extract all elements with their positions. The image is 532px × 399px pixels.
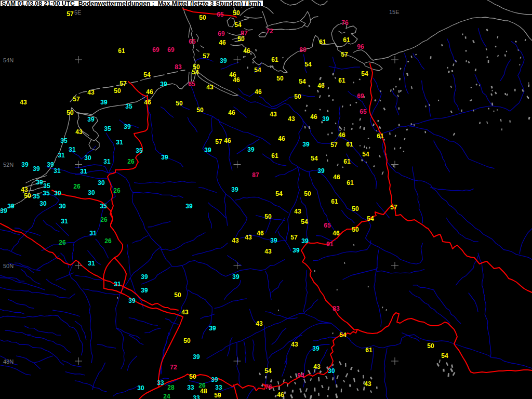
svg-text:57: 57 — [215, 138, 222, 145]
svg-text:28: 28 — [167, 384, 175, 391]
svg-text:39: 39 — [141, 273, 148, 281]
svg-text:26: 26 — [104, 237, 112, 245]
svg-text:46: 46 — [317, 82, 325, 89]
svg-text:31: 31 — [103, 158, 111, 165]
svg-text:31: 31 — [114, 281, 121, 288]
svg-text:43: 43 — [206, 84, 214, 91]
svg-text:39: 39 — [128, 297, 136, 304]
svg-text:39: 39 — [312, 345, 320, 352]
svg-text:15E: 15E — [389, 9, 400, 15]
svg-text:54: 54 — [301, 218, 308, 225]
svg-text:76: 76 — [265, 383, 272, 391]
svg-text:46: 46 — [243, 47, 250, 55]
svg-text:24: 24 — [163, 393, 170, 399]
svg-text:57: 57 — [66, 10, 74, 18]
svg-text:69: 69 — [357, 92, 364, 100]
svg-text:43: 43 — [270, 111, 277, 118]
svg-text:69: 69 — [167, 46, 175, 54]
svg-text:31: 31 — [58, 152, 65, 159]
svg-text:39: 39 — [232, 273, 240, 281]
svg-text:54: 54 — [234, 21, 242, 29]
svg-text:39: 39 — [231, 186, 238, 193]
svg-text:26: 26 — [100, 216, 108, 223]
svg-text:35: 35 — [43, 182, 50, 190]
svg-text:46: 46 — [224, 137, 231, 144]
svg-text:54: 54 — [192, 69, 199, 76]
svg-text:61: 61 — [271, 56, 278, 63]
svg-text:54: 54 — [367, 215, 374, 222]
svg-text:30: 30 — [137, 384, 144, 392]
svg-text:61: 61 — [343, 158, 351, 165]
svg-text:57: 57 — [290, 234, 298, 241]
svg-text:30: 30 — [328, 367, 335, 375]
svg-text:61: 61 — [343, 36, 350, 44]
svg-text:52N: 52N — [3, 162, 14, 168]
svg-text:43: 43 — [256, 320, 263, 327]
svg-text:46: 46 — [257, 230, 264, 237]
svg-text:54: 54 — [361, 70, 368, 77]
svg-text:31: 31 — [61, 218, 68, 225]
svg-text:46: 46 — [277, 391, 284, 398]
svg-text:30: 30 — [59, 203, 66, 210]
svg-text:39: 39 — [36, 179, 43, 186]
svg-text:43: 43 — [232, 237, 239, 244]
svg-text:46: 46 — [219, 39, 226, 46]
svg-text:83: 83 — [175, 63, 182, 71]
svg-text:57: 57 — [203, 52, 210, 60]
svg-text:26: 26 — [59, 239, 66, 246]
svg-text:35: 35 — [136, 147, 143, 154]
svg-text:54: 54 — [311, 155, 318, 162]
svg-text:26: 26 — [127, 158, 135, 165]
svg-text:50: 50 — [276, 75, 284, 82]
svg-text:39: 39 — [322, 115, 329, 123]
svg-text:39: 39 — [87, 116, 95, 123]
svg-text:50: 50 — [196, 107, 204, 114]
svg-text:46: 46 — [255, 88, 262, 96]
svg-text:33: 33 — [157, 379, 164, 387]
svg-text:69: 69 — [218, 30, 225, 37]
svg-text:50: 50 — [174, 291, 181, 299]
svg-text:50: 50 — [352, 205, 359, 212]
svg-text:35: 35 — [33, 193, 40, 200]
svg-text:39: 39 — [47, 161, 54, 168]
svg-text:65: 65 — [217, 11, 224, 18]
svg-text:50: 50 — [237, 35, 245, 43]
svg-text:50: 50 — [114, 87, 121, 95]
svg-text:50: 50 — [352, 226, 359, 233]
svg-text:50: 50 — [427, 342, 434, 350]
svg-text:50: 50 — [264, 213, 272, 220]
svg-text:43: 43 — [264, 248, 272, 255]
svg-text:39: 39 — [302, 141, 310, 148]
svg-text:39: 39 — [270, 237, 277, 244]
svg-text:61: 61 — [377, 132, 384, 140]
svg-text:65: 65 — [189, 38, 196, 45]
svg-text:26: 26 — [73, 183, 81, 190]
svg-text:54: 54 — [362, 151, 369, 158]
svg-text:43: 43 — [87, 89, 95, 96]
svg-text:31: 31 — [88, 260, 95, 267]
svg-text:61: 61 — [346, 141, 353, 148]
svg-text:30: 30 — [39, 200, 47, 207]
svg-text:96: 96 — [357, 43, 364, 50]
svg-text:48N: 48N — [3, 358, 14, 365]
svg-text:30: 30 — [98, 179, 105, 187]
svg-text:39: 39 — [220, 57, 227, 64]
svg-text:39: 39 — [141, 287, 148, 294]
svg-text:39: 39 — [185, 203, 193, 210]
svg-text:31: 31 — [89, 230, 97, 237]
svg-text:50: 50 — [294, 93, 301, 100]
svg-text:54: 54 — [254, 66, 261, 74]
svg-text:54N: 54N — [3, 57, 14, 63]
svg-text:43: 43 — [364, 380, 371, 388]
svg-text:39: 39 — [124, 123, 131, 130]
svg-text:39: 39 — [161, 154, 168, 161]
svg-text:33: 33 — [193, 394, 200, 399]
svg-text:50: 50 — [183, 337, 191, 344]
svg-text:65: 65 — [324, 222, 331, 229]
svg-text:31: 31 — [116, 139, 123, 146]
svg-text:46: 46 — [144, 99, 151, 106]
svg-text:87: 87 — [252, 171, 259, 179]
svg-text:61: 61 — [338, 77, 345, 84]
svg-text:39: 39 — [0, 207, 7, 215]
svg-text:54: 54 — [304, 61, 312, 68]
